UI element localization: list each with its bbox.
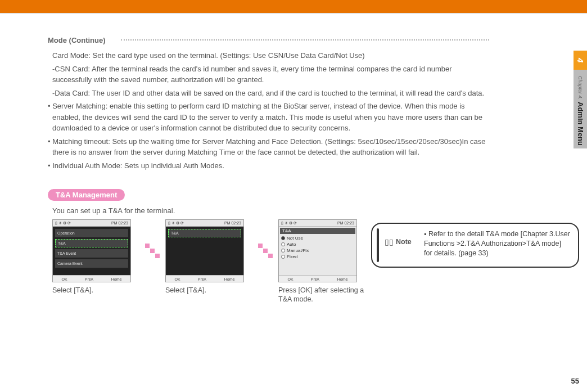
option-row: Not Use: [281, 236, 354, 241]
btn-ok: OK: [62, 277, 67, 281]
book-icon: ▯▯: [385, 237, 394, 246]
note-text: Refer to the detail T&A mode [Chapter 3.…: [424, 229, 570, 258]
individual-auth-text: Individual Auth Mode: Sets up individual…: [48, 160, 489, 172]
screen-bottom-bar: OK Prev. Home: [53, 275, 130, 282]
step-1: ▯ ☀ ⚙ ⟳ PM 02:23 Operation T&A T&A Event…: [52, 219, 139, 295]
note-container: ▯▯ Note Refer to the detail T&A mode [Ch…: [371, 219, 579, 268]
chapter-number-tab: 4: [574, 51, 587, 70]
data-card-text: -Data Card: The user ID and other data w…: [48, 88, 489, 99]
mode-continue-header: Mode (Continue): [48, 36, 489, 44]
step-2-caption: Select [T&A].: [165, 286, 252, 295]
btn-prev: Prev.: [198, 277, 207, 281]
popup-title: T&A: [280, 228, 355, 234]
option-row: Manual/Fix: [281, 248, 354, 253]
btn-prev: Prev.: [85, 277, 94, 281]
tna-management-pill: T&A Management: [48, 189, 125, 201]
btn-ok: OK: [288, 277, 294, 281]
btn-prev: Prev.: [311, 277, 320, 281]
note-label: Note: [396, 238, 412, 246]
screen-bottom-bar: OK Prev. Home: [279, 275, 356, 282]
screenshot-1: ▯ ☀ ⚙ ⟳ PM 02:23 Operation T&A T&A Event…: [52, 219, 131, 282]
chapter-label-tab: Chapter 4. Admin Menu: [574, 70, 587, 148]
screenshot-2: ▯ ☀ ⚙ ⟳ PM 02:23 T&A OK Prev. Home: [165, 219, 244, 282]
screen-body: Operation T&A T&A Event Camera Event: [53, 227, 130, 275]
chapter-small-label: Chapter 4.: [577, 76, 583, 100]
top-orange-bar: [0, 0, 587, 13]
main-content: Mode (Continue) Card Mode: Set the card …: [0, 13, 523, 304]
list-item-highlighted: T&A: [55, 239, 128, 247]
arrow-icon: [145, 219, 160, 282]
status-icons: ▯ ☀ ⚙ ⟳: [281, 221, 297, 226]
status-icons: ▯ ☀ ⚙ ⟳: [168, 221, 184, 226]
screen-statusbar: ▯ ☀ ⚙ ⟳ PM 02:23: [166, 220, 243, 227]
csn-card-text: -CSN Card: After the terminal reads the …: [48, 64, 489, 85]
status-time: PM 02:23: [111, 221, 128, 225]
steps-row: ▯ ☀ ⚙ ⟳ PM 02:23 Operation T&A T&A Event…: [48, 219, 489, 304]
section-label: Admin Menu: [576, 102, 585, 146]
btn-home: Home: [337, 277, 348, 281]
list-item-highlighted: T&A: [168, 229, 241, 237]
btn-ok: OK: [175, 277, 180, 281]
screenshot-3: ▯ ☀ ⚙ ⟳ PM 02:23 T&A Not Use Auto Manual…: [278, 219, 357, 282]
screen-statusbar: ▯ ☀ ⚙ ⟳ PM 02:23: [279, 220, 356, 227]
server-matching-text: Server Matching: enable this setting to …: [48, 101, 489, 134]
status-time: PM 02:23: [224, 221, 241, 225]
dotted-leader: [121, 39, 489, 40]
step-1-caption: Select [T&A].: [52, 286, 139, 295]
page-number: 55: [571, 377, 579, 385]
screen-statusbar: ▯ ☀ ⚙ ⟳ PM 02:23: [53, 220, 130, 227]
status-time: PM 02:23: [337, 221, 354, 225]
chapter-side-tab: 4 Chapter 4. Admin Menu: [574, 51, 587, 169]
list-item: T&A Event: [55, 249, 128, 258]
screen-body: T&A Not Use Auto Manual/Fix Fixed: [279, 227, 356, 275]
btn-home: Home: [111, 277, 122, 281]
card-mode-text: Card Mode: Set the card type used on the…: [48, 50, 489, 61]
note-label-wrap: ▯▯ Note: [385, 237, 418, 246]
screen-body: T&A: [166, 227, 243, 275]
step-3: ▯ ☀ ⚙ ⟳ PM 02:23 T&A Not Use Auto Manual…: [278, 219, 365, 304]
note-box: ▯▯ Note Refer to the detail T&A mode [Ch…: [371, 223, 579, 268]
arrow-icon: [258, 219, 273, 282]
option-row: Auto: [281, 242, 354, 247]
matching-timeout-text: Matching timeout: Sets up the waiting ti…: [48, 136, 489, 158]
list-item: Operation: [55, 229, 128, 237]
btn-home: Home: [224, 277, 235, 281]
note-content: Refer to the detail T&A mode [Chapter 3.…: [424, 230, 570, 257]
screen-bottom-bar: OK Prev. Home: [166, 275, 243, 282]
step-2: ▯ ☀ ⚙ ⟳ PM 02:23 T&A OK Prev. Home Selec…: [165, 219, 252, 295]
option-row: Fixed: [281, 254, 354, 259]
step-3-caption: Press [OK] after selecting a T&A mode.: [278, 286, 365, 304]
status-icons: ▯ ☀ ⚙ ⟳: [55, 221, 71, 226]
tna-intro-text: You can set up a T&A for the terminal.: [48, 206, 489, 215]
mode-continue-title: Mode (Continue): [48, 36, 106, 44]
list-item: Camera Event: [55, 259, 128, 268]
